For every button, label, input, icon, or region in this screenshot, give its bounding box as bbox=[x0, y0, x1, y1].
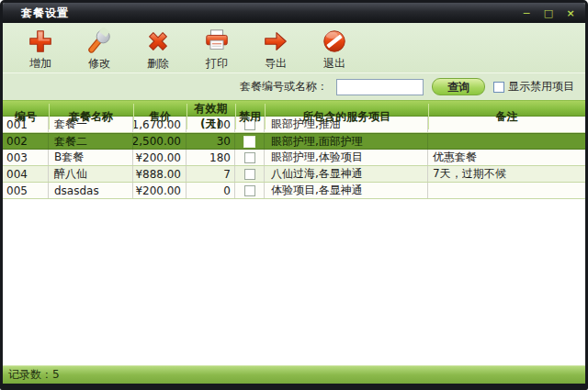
show-disabled-toggle[interactable]: 显示禁用项目 bbox=[493, 79, 574, 95]
titlebar: 套餐设置 ─ □ × bbox=[3, 3, 585, 23]
delete-x-icon bbox=[144, 28, 172, 55]
add-button-label: 增加 bbox=[29, 56, 51, 72]
table-row[interactable]: 004 醉八仙 ¥888.00 7 八仙过海,各显神通 7天，过期不候 bbox=[3, 166, 585, 183]
cell-id: 005 bbox=[3, 183, 49, 198]
empty-client-area bbox=[3, 199, 585, 365]
cell-name: dsasdas bbox=[49, 183, 133, 198]
header-cell-days: 有效期(天) bbox=[187, 101, 235, 132]
cell-disabled bbox=[235, 183, 265, 198]
status-bar: 记录数：5 bbox=[3, 365, 585, 384]
printer-icon bbox=[203, 28, 231, 55]
show-disabled-label: 显示禁用项目 bbox=[508, 79, 574, 95]
header-cell-disabled: 禁用 bbox=[235, 101, 265, 132]
exit-no-entry-icon bbox=[321, 28, 348, 55]
export-button[interactable]: 导出 bbox=[249, 26, 302, 72]
maximize-button[interactable]: □ bbox=[541, 6, 556, 19]
toolbar: 增加 修改 bbox=[3, 23, 585, 73]
print-button[interactable]: 打印 bbox=[190, 26, 243, 72]
cell-name: B套餐 bbox=[49, 150, 133, 165]
exit-button-label: 退出 bbox=[323, 56, 345, 72]
disabled-checkbox[interactable] bbox=[243, 136, 255, 148]
cell-id: 004 bbox=[3, 166, 49, 182]
close-button[interactable]: × bbox=[563, 6, 578, 19]
window-title: 套餐设置 bbox=[21, 6, 69, 21]
modify-button-label: 修改 bbox=[88, 56, 110, 72]
table-row[interactable]: 003 B套餐 ¥200.00 180 眼部护理,体验项目 优惠套餐 bbox=[3, 150, 585, 166]
header-cell-note: 备注 bbox=[428, 101, 585, 132]
cell-price: ¥200.00 bbox=[133, 150, 187, 165]
cell-services: 眼部护理,面部护理 bbox=[265, 134, 428, 149]
cell-note bbox=[428, 183, 585, 198]
disabled-checkbox[interactable] bbox=[244, 169, 255, 180]
cell-services: 八仙过海,各显神通 bbox=[265, 166, 428, 182]
header-cell-id: 编号 bbox=[3, 101, 49, 132]
add-plus-icon bbox=[27, 28, 54, 55]
window-controls: ─ □ × bbox=[519, 6, 578, 19]
table-header-row: 编号 套餐名称 售价 有效期(天) 禁用 所包含的服务项目 备注 bbox=[3, 100, 585, 117]
table-row-selected[interactable]: 002 套餐二 ¥2,500.00 30 眼部护理,面部护理 bbox=[3, 133, 585, 150]
header-cell-name: 套餐名称 bbox=[49, 101, 133, 132]
header-cell-price: 售价 bbox=[133, 101, 187, 132]
export-button-label: 导出 bbox=[265, 56, 287, 72]
exit-button[interactable]: 退出 bbox=[308, 26, 361, 72]
wrench-icon bbox=[85, 28, 113, 55]
cell-days: 7 bbox=[187, 166, 235, 182]
search-row: 套餐编号或名称： 查询 显示禁用项目 bbox=[3, 73, 585, 100]
delete-button-label: 删除 bbox=[147, 56, 169, 72]
cell-disabled bbox=[235, 166, 265, 182]
cell-price: ¥200.00 bbox=[133, 183, 187, 198]
cell-note bbox=[428, 134, 585, 149]
search-label: 套餐编号或名称： bbox=[240, 79, 328, 95]
packages-table: 编号 套餐名称 售价 有效期(天) 禁用 所包含的服务项目 备注 001 套餐一… bbox=[3, 100, 585, 199]
cell-services: 眼部护理,体验项目 bbox=[265, 150, 428, 165]
cell-services: 体验项目,各显神通 bbox=[265, 183, 428, 198]
cell-price: ¥888.00 bbox=[133, 166, 187, 182]
cell-days: 0 bbox=[187, 183, 235, 198]
cell-name: 醉八仙 bbox=[49, 166, 133, 182]
cell-id: 003 bbox=[3, 150, 49, 165]
add-button[interactable]: 增加 bbox=[14, 26, 67, 72]
minimize-button[interactable]: ─ bbox=[519, 6, 534, 19]
cell-disabled bbox=[235, 150, 265, 165]
disabled-checkbox[interactable] bbox=[244, 152, 255, 163]
search-input[interactable] bbox=[336, 79, 424, 95]
cell-days: 30 bbox=[187, 134, 235, 149]
cell-days: 180 bbox=[187, 150, 235, 165]
query-button[interactable]: 查询 bbox=[432, 78, 485, 95]
print-button-label: 打印 bbox=[206, 56, 228, 72]
disabled-checkbox[interactable] bbox=[244, 185, 255, 196]
record-count-label: 记录数：5 bbox=[8, 367, 60, 383]
modify-button[interactable]: 修改 bbox=[73, 26, 126, 72]
header-cell-services: 所包含的服务项目 bbox=[265, 101, 428, 132]
cell-price: ¥2,500.00 bbox=[133, 134, 187, 149]
table-row[interactable]: 005 dsasdas ¥200.00 0 体验项目,各显神通 bbox=[3, 183, 585, 199]
app-window: 套餐设置 ─ □ × 增加 bbox=[0, 0, 588, 390]
show-disabled-checkbox[interactable] bbox=[493, 82, 504, 93]
cell-disabled bbox=[235, 134, 265, 149]
cell-note: 7天，过期不候 bbox=[428, 166, 585, 182]
cell-id: 002 bbox=[3, 134, 49, 149]
export-arrow-icon bbox=[262, 28, 289, 55]
delete-button[interactable]: 删除 bbox=[131, 26, 185, 72]
cell-name: 套餐二 bbox=[49, 134, 133, 149]
cell-note: 优惠套餐 bbox=[428, 150, 585, 165]
